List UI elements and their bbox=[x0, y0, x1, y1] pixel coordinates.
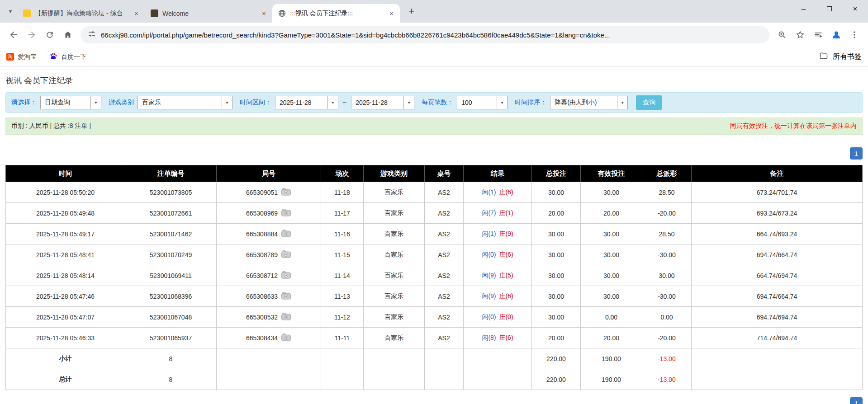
zoom-icon[interactable] bbox=[774, 27, 790, 43]
bookmarks-bar: 淘 爱淘宝 百度一下 所有书签 bbox=[0, 47, 868, 67]
tab-close-icon[interactable]: × bbox=[259, 9, 269, 18]
tab-forum[interactable]: 【新提醒】海燕策略论坛 - 综合 × bbox=[17, 4, 145, 23]
total-bet-link[interactable]: 20.00 bbox=[532, 203, 581, 224]
video-camera-icon[interactable] bbox=[281, 271, 291, 280]
total-bet-link[interactable]: 30.00 bbox=[532, 265, 581, 286]
home-button[interactable] bbox=[60, 27, 76, 43]
chevron-down-icon[interactable]: ▼ bbox=[497, 96, 507, 109]
chevron-down-icon[interactable]: ▼ bbox=[403, 96, 414, 109]
chevron-down-icon[interactable]: ▼ bbox=[90, 96, 101, 109]
address-bar[interactable]: 66cxkj98.com/ipl/portal.php/game/betreco… bbox=[81, 26, 769, 43]
search-button[interactable]: 查询 bbox=[636, 95, 662, 110]
minimize-button[interactable]: – bbox=[791, 0, 816, 18]
time-cell: 2025-11-28 05:46:33 bbox=[6, 328, 125, 348]
tab-search-icon[interactable]: ▼ bbox=[4, 5, 17, 18]
back-button[interactable] bbox=[5, 27, 22, 43]
bookmark-star-icon[interactable] bbox=[792, 27, 808, 43]
total-bet-link[interactable]: 30.00 bbox=[532, 182, 581, 203]
bookmark-taobao[interactable]: 淘 爱淘宝 bbox=[6, 53, 37, 61]
browser-toolbar: 66cxkj98.com/ipl/portal.php/game/betreco… bbox=[0, 23, 868, 47]
empty-cell bbox=[321, 369, 364, 390]
total-bet-link[interactable]: 30.00 bbox=[532, 224, 581, 244]
remark-cell: 664.74/694.74 bbox=[692, 265, 863, 286]
payout-cell: -20.00 bbox=[642, 328, 692, 348]
browser-menu-icon[interactable] bbox=[846, 27, 863, 43]
tab-welcome[interactable]: Welcome × bbox=[145, 4, 272, 23]
chevron-down-icon[interactable]: ▼ bbox=[617, 96, 627, 109]
tab-close-icon[interactable]: × bbox=[387, 9, 396, 18]
column-header: 游戏类别 bbox=[364, 165, 425, 182]
profile-avatar[interactable] bbox=[828, 27, 844, 43]
page-number-button[interactable]: 1 bbox=[850, 147, 863, 160]
chevron-down-icon[interactable]: ▼ bbox=[327, 96, 338, 109]
maximize-button[interactable] bbox=[816, 0, 842, 18]
round-id-cell: 665309051 bbox=[217, 182, 321, 203]
video-camera-icon[interactable] bbox=[281, 250, 291, 259]
bet-id-cell: 523001072661 bbox=[125, 203, 217, 224]
round-id: 665308712 bbox=[246, 272, 278, 279]
empty-cell bbox=[464, 348, 532, 369]
result-cell: 闲(9) 庄(6) bbox=[464, 286, 532, 307]
tab-bet-records[interactable]: :::视讯 会员下注纪录::: × bbox=[272, 4, 400, 23]
video-camera-icon[interactable] bbox=[281, 292, 291, 301]
close-button[interactable]: × bbox=[842, 0, 868, 18]
empty-cell bbox=[464, 369, 532, 390]
sort-select[interactable]: 降幕(由大到小) ▼ bbox=[550, 96, 628, 109]
video-camera-icon[interactable] bbox=[281, 230, 291, 239]
subtotal-count: 8 bbox=[125, 348, 217, 369]
filter-bar: 请选择： 日期查询 ▼ 游戏类别 百家乐 ▼ 时间区间： 2025-11-28 … bbox=[5, 92, 863, 113]
date-to-select[interactable]: 2025-11-28 ▼ bbox=[351, 96, 414, 109]
empty-cell bbox=[692, 348, 863, 369]
refresh-button[interactable] bbox=[42, 27, 58, 43]
per-page-select[interactable]: 100 ▼ bbox=[457, 96, 508, 109]
page-number-button[interactable]: 1 bbox=[850, 397, 863, 404]
subtotal-label: 小计 bbox=[6, 348, 125, 369]
subtotal-total-bet: 220.00 bbox=[532, 348, 581, 369]
table-body: 2025-11-28 05:50:20 523001073805 6653090… bbox=[6, 182, 863, 348]
column-header: 结果 bbox=[464, 165, 532, 182]
result-player: 闲(0) bbox=[482, 313, 496, 320]
game-type-label: 游戏类别 bbox=[109, 99, 134, 107]
game-type-cell: 百家乐 bbox=[364, 244, 425, 265]
total-bet-link[interactable]: 20.00 bbox=[532, 328, 581, 348]
page-content: 视讯 会员下注纪录 请选择： 日期查询 ▼ 游戏类别 百家乐 ▼ 时间区间： 2… bbox=[0, 75, 868, 404]
result-cell: 闲(0) 庄(6) bbox=[464, 244, 532, 265]
globe-icon bbox=[278, 9, 286, 17]
total-bet-link[interactable]: 30.00 bbox=[532, 307, 581, 328]
result-cell: 闲(1) 庄(9) bbox=[464, 224, 532, 244]
sort-label: 时间排序： bbox=[515, 99, 546, 107]
session-cell: 11-17 bbox=[321, 203, 364, 224]
tab-favicon-forum-icon bbox=[23, 9, 31, 17]
media-controls-icon[interactable] bbox=[810, 27, 826, 43]
video-camera-icon[interactable] bbox=[281, 209, 291, 218]
bet-id-cell: 523001065937 bbox=[125, 328, 217, 348]
time-cell: 2025-11-28 05:48:14 bbox=[6, 265, 125, 286]
total-bet-link[interactable]: 30.00 bbox=[532, 244, 581, 265]
new-tab-button[interactable]: + bbox=[404, 4, 419, 19]
summary-notice: 同局有效投注，统一计算在该局第一张注单内 bbox=[730, 122, 857, 130]
empty-cell bbox=[692, 369, 863, 390]
video-camera-icon[interactable] bbox=[281, 188, 291, 197]
round-id-cell: 665308712 bbox=[217, 265, 321, 286]
chevron-down-icon[interactable]: ▼ bbox=[222, 96, 232, 109]
total-bet-link[interactable]: 30.00 bbox=[532, 286, 581, 307]
valid-bet-cell: 30.00 bbox=[581, 224, 642, 244]
bookmark-baidu[interactable]: 百度一下 bbox=[49, 52, 86, 61]
pagination-bottom: 1 bbox=[5, 397, 863, 404]
valid-bet-cell: 30.00 bbox=[581, 182, 642, 203]
game-type-select[interactable]: 百家乐 ▼ bbox=[138, 96, 232, 109]
date-from-select[interactable]: 2025-11-28 ▼ bbox=[275, 96, 338, 109]
all-bookmarks[interactable]: 所有书签 bbox=[809, 52, 862, 62]
round-id-cell: 665308884 bbox=[217, 224, 321, 244]
valid-bet-cell: 30.00 bbox=[581, 265, 642, 286]
grand-total-row: 总计 8 220.00 190.00 -13.00 bbox=[6, 369, 863, 390]
video-camera-icon[interactable] bbox=[281, 313, 291, 322]
forward-button[interactable] bbox=[24, 27, 40, 43]
folder-icon bbox=[819, 52, 828, 62]
site-settings-icon[interactable] bbox=[88, 30, 96, 40]
column-header: 总投注 bbox=[532, 165, 581, 182]
column-header: 时间 bbox=[6, 165, 125, 182]
video-camera-icon[interactable] bbox=[281, 334, 291, 343]
query-type-select[interactable]: 日期查询 ▼ bbox=[40, 96, 101, 109]
tab-close-icon[interactable]: × bbox=[132, 9, 141, 18]
